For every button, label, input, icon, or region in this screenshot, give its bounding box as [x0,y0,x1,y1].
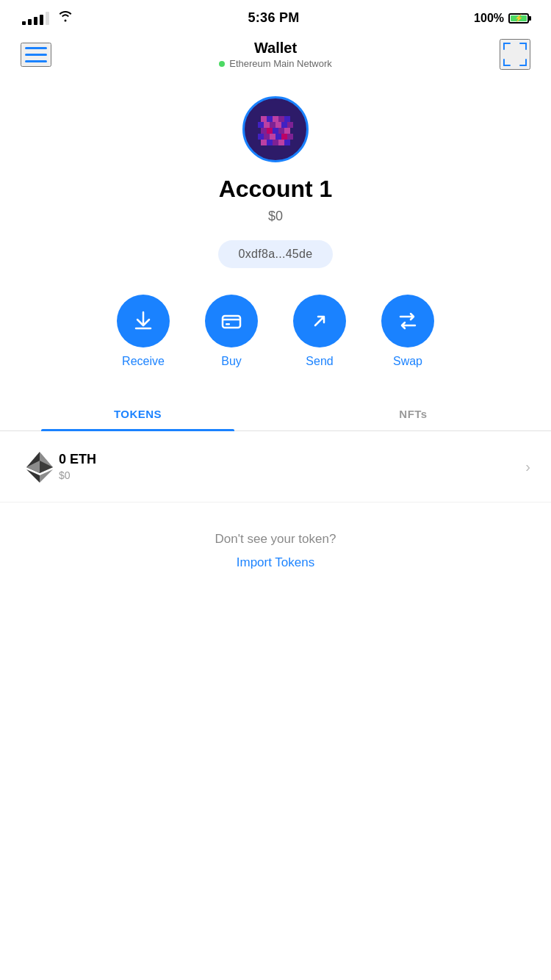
hamburger-line-2 [25,54,47,56]
app-title: Wallet [254,40,297,57]
svg-rect-11 [273,116,278,122]
tab-nfts[interactable]: NFTs [276,397,551,430]
svg-rect-15 [264,122,270,128]
avatar-section [0,96,551,162]
action-buttons: Receive Buy Send [0,295,551,368]
avatar-image [246,100,305,159]
svg-rect-18 [281,122,287,128]
qr-icon [502,41,528,68]
svg-rect-7 [525,59,527,66]
svg-rect-23 [278,128,284,134]
token-info-eth: 0 ETH $0 [59,452,525,481]
download-icon [132,309,155,333]
token-amount: 0 ETH [59,452,525,467]
tabs: TOKENS NFTs [0,397,551,431]
svg-rect-38 [226,323,230,325]
svg-rect-32 [267,140,273,145]
token-row-eth[interactable]: 0 ETH $0 › [0,431,551,502]
send-label: Send [306,355,333,368]
svg-rect-31 [261,140,267,145]
account-name: Account 1 [0,176,551,203]
swap-label: Swap [393,355,422,368]
receive-label: Receive [122,355,165,368]
buy-label: Buy [221,355,242,368]
main-content: Account 1 $0 0xdf8a...45de Receive [0,82,551,599]
svg-rect-28 [276,134,281,140]
hamburger-line-3 [25,60,47,62]
network-status-dot [219,61,225,67]
account-address: 0xdf8a...45de [218,240,334,268]
token-list: 0 ETH $0 › [0,431,551,502]
receive-button[interactable] [117,295,170,347]
svg-rect-13 [284,116,290,122]
status-right: 100% ⚡ [474,12,529,25]
svg-rect-26 [264,134,270,140]
svg-rect-27 [270,134,276,140]
battery-percentage: 100% [474,12,504,25]
svg-rect-30 [287,134,293,140]
header-center: Wallet Ethereum Main Network [219,40,331,69]
account-balance: $0 [0,209,551,224]
svg-rect-37 [223,316,240,328]
bolt-icon: ⚡ [514,14,523,22]
svg-rect-14 [258,122,264,128]
bar4 [40,15,43,25]
bar2 [28,19,32,25]
buy-action[interactable]: Buy [205,295,258,368]
svg-rect-10 [267,116,273,122]
qr-scanner-button[interactable] [500,39,530,70]
swap-icon [396,309,419,333]
svg-rect-16 [270,122,276,128]
svg-rect-5 [503,59,505,66]
nfts-tab-label: NFTs [399,408,427,420]
account-avatar [242,96,309,162]
app-header: Wallet Ethereum Main Network [0,32,551,82]
tab-tokens[interactable]: TOKENS [0,397,276,430]
status-left [22,10,73,26]
swap-button[interactable] [381,295,434,347]
status-time: 5:36 PM [248,10,299,26]
svg-rect-21 [267,128,273,134]
import-section: Don't see your token? Import Tokens [0,502,551,599]
svg-rect-19 [287,122,293,128]
token-value: $0 [59,469,525,481]
bar3 [34,17,37,25]
svg-rect-9 [261,116,267,122]
chevron-right-icon: › [525,458,530,475]
svg-rect-33 [273,140,278,145]
svg-rect-25 [258,134,264,140]
svg-rect-35 [284,140,290,145]
svg-rect-34 [278,140,284,145]
signal-bars-icon [22,12,49,25]
import-hint-text: Don't see your token? [15,532,536,547]
svg-rect-3 [525,43,527,50]
hamburger-line-1 [25,47,47,49]
eth-logo-icon [21,447,59,486]
buy-button[interactable] [205,295,258,347]
network-indicator: Ethereum Main Network [219,58,331,69]
svg-rect-12 [278,116,284,122]
svg-rect-20 [261,128,267,134]
address-pill[interactable]: 0xdf8a...45de [0,240,551,268]
svg-rect-17 [276,122,281,128]
svg-rect-24 [284,128,290,134]
battery-icon: ⚡ [508,13,529,24]
receive-action[interactable]: Receive [117,295,170,368]
bar1 [22,21,26,25]
hamburger-button[interactable] [21,43,51,67]
status-bar: 5:36 PM 100% ⚡ [0,0,551,32]
tokens-tab-label: TOKENS [114,408,162,420]
import-tokens-link[interactable]: Import Tokens [15,555,536,570]
bar5 [46,12,49,25]
svg-rect-22 [273,128,278,134]
send-icon [308,309,331,333]
swap-action[interactable]: Swap [381,295,434,368]
network-name: Ethereum Main Network [229,58,331,69]
svg-rect-29 [281,134,287,140]
card-icon [220,309,243,333]
send-action[interactable]: Send [293,295,346,368]
wifi-icon [57,10,73,26]
svg-rect-1 [503,43,505,50]
send-button[interactable] [293,295,346,347]
